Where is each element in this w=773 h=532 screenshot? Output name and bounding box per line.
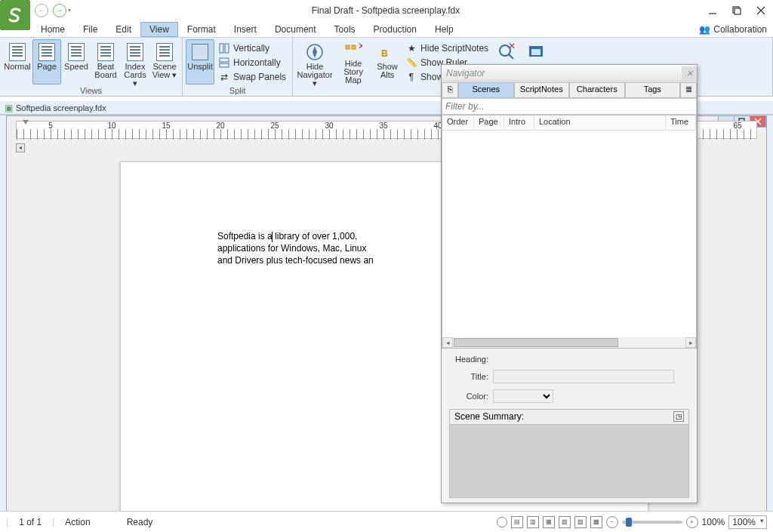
zoom-knob[interactable] [626,518,632,527]
navigator-scene-table[interactable]: Order Page Intro Location Time ◂ ▸ [442,115,697,349]
navigator-export-icon[interactable]: ⎘ [442,82,458,98]
split-horizontally-button[interactable]: Horizontally [215,55,289,69]
unsplit-button[interactable]: Unsplit [186,39,214,85]
navigator-titlebar[interactable]: Navigator ✕ [442,65,697,81]
navigator-filter-input[interactable] [442,98,697,115]
svg-rect-12 [352,45,356,49]
status-pages: 1 of 1 [19,517,42,527]
col-intro[interactable]: Intro [504,115,534,130]
zoom-in-button[interactable]: + [686,516,698,528]
tab-tags[interactable]: Tags [625,82,681,98]
zoom-percent: 100% [702,517,725,527]
menu-file[interactable]: File [74,22,106,37]
hscroll-left[interactable]: ◂ [442,337,453,348]
beat-board-button[interactable]: BeatBoard [91,39,120,85]
document-filename: Softpedia screenplay.fdx [16,103,106,112]
navigator-title: Navigator [446,68,485,78]
magnifier-icon: ✕ [497,43,516,61]
split-vertically-button[interactable]: Vertically [215,41,289,55]
navigator-hscroll[interactable]: ◂ ▸ [442,337,696,348]
svg-rect-6 [220,44,223,53]
hide-scriptnotes-button[interactable]: ★Hide ScriptNotes [402,41,491,55]
menu-view[interactable]: View [140,22,178,37]
zoom-out-button[interactable]: − [606,516,618,528]
document-icon: ▣ [5,103,13,113]
svg-rect-9 [220,63,229,67]
navigator-columns-icon[interactable]: ≣ [680,82,697,98]
menu-bar: Home File Edit View Format Insert Docume… [0,21,773,38]
nav-back-button[interactable]: ← [35,4,48,17]
zoom-slider[interactable] [622,521,682,524]
heading-label: Heading: [449,355,488,364]
color-label: Color: [449,392,488,401]
scene-title-input[interactable] [493,370,674,383]
show-alts-button[interactable]: BShowAlts [373,39,402,85]
view-mode-1-icon[interactable]: ▤ [511,516,523,528]
ribbon-group-views-label: Views [3,86,179,96]
menu-tools[interactable]: Tools [325,22,365,37]
title-bar: ← → ▾ Final Draft - Softpedia screenplay… [0,0,773,21]
svg-rect-7 [225,44,229,53]
hscroll-right[interactable]: ▸ [685,337,696,348]
ribbon-group-split-label: Split [186,86,289,96]
hscroll-thumb[interactable] [454,338,618,347]
scene-view-button[interactable]: SceneView ▾ [150,39,179,85]
menu-production[interactable]: Production [365,22,426,37]
tab-characters[interactable]: Characters [569,82,625,98]
collaboration-button[interactable]: 👥 Collaboration [699,24,767,35]
view-mode-2-icon[interactable]: ▥ [527,516,539,528]
ruler-scroll-left[interactable]: ◂ [16,143,25,152]
menu-format[interactable]: Format [178,22,225,37]
hide-story-map-button[interactable]: ✕HideStory Map [334,39,372,85]
night-mode-icon[interactable] [497,517,507,527]
index-cards-button[interactable]: IndexCards ▾ [121,39,149,85]
minimize-button[interactable] [701,0,725,21]
title-label: Title: [449,372,488,381]
tab-scenes[interactable]: Scenes [458,82,514,98]
navigator-panel[interactable]: Navigator ✕ ⎘ Scenes ScriptNotes Charact… [441,64,698,503]
menu-help[interactable]: Help [426,22,463,37]
status-ready: Ready [127,517,153,527]
zoom-dropdown[interactable]: 100% [728,515,767,529]
ruler-icon: 📏 [405,57,417,69]
nav-forward-button[interactable]: → [53,4,66,17]
menu-document[interactable]: Document [266,22,325,37]
speed-view-button[interactable]: Speed [62,39,91,85]
svg-text:✕: ✕ [358,43,362,51]
swap-icon: ⇄ [218,71,230,83]
maximize-button[interactable] [725,0,749,21]
svg-rect-3 [735,8,741,14]
svg-line-16 [509,54,513,59]
svg-text:✕: ✕ [508,43,516,51]
window-icon [526,43,546,61]
menu-home[interactable]: Home [32,22,74,37]
window-title: Final Draft - Softpedia screenplay.fdx [71,5,701,16]
col-page[interactable]: Page [474,115,504,130]
menu-edit[interactable]: Edit [106,22,140,37]
svg-rect-19 [531,49,540,55]
view-mode-4-icon[interactable]: ▧ [559,516,571,528]
navigator-close-button[interactable]: ✕ [682,66,697,80]
view-mode-3-icon[interactable]: ▦ [543,516,555,528]
view-mode-6-icon[interactable]: ▩ [590,516,602,528]
scene-color-select[interactable] [493,389,553,403]
swap-panels-button[interactable]: ⇄Swap Panels [215,69,289,84]
hide-navigator-button[interactable]: HideNavigator ▾ [296,39,334,85]
tab-scriptnotes[interactable]: ScriptNotes [514,82,570,98]
scene-summary-box: Scene Summary:◳ [449,409,689,498]
compass-icon [305,43,325,61]
horizontal-split-icon [218,57,230,69]
view-mode-5-icon[interactable]: ▨ [574,516,587,528]
ribbon-group-split: Unsplit Vertically Horizontally ⇄Swap Pa… [183,38,293,96]
scene-summary-expand[interactable]: ◳ [673,411,684,422]
close-button[interactable] [749,0,773,21]
ribbon-group-views: Normal Page Speed BeatBoard IndexCards ▾… [0,38,183,96]
col-location[interactable]: Location [534,115,666,130]
col-order[interactable]: Order [442,115,474,130]
pilcrow-icon: ¶ [405,71,417,83]
menu-insert[interactable]: Insert [225,22,266,37]
page-view-button[interactable]: Page [32,39,61,85]
svg-text:B: B [381,48,388,59]
normal-view-button[interactable]: Normal [3,39,32,85]
col-time[interactable]: Time [666,115,696,130]
